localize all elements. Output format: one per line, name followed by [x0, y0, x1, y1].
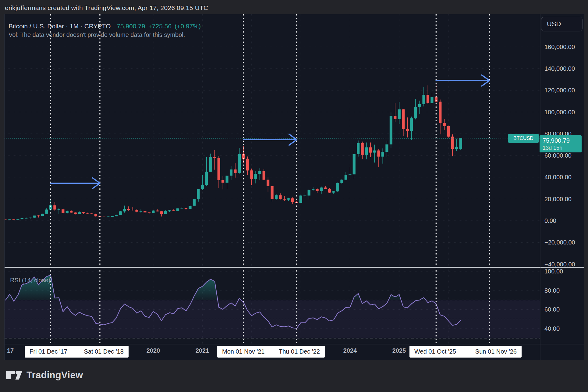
chart-legend: Bitcoin / U.S. Dollar · 1M · CRYPTO 75,9… — [9, 21, 204, 31]
vline-date-tooltip: Fri 01 Dec '17Sat 01 Dec '18 — [25, 346, 129, 358]
chart-widget: Bitcoin / U.S. Dollar · 1M · CRYPTO 75,9… — [4, 14, 584, 360]
price-tick: 140,000.00 — [544, 65, 583, 72]
vline-date-tooltip: Mon 01 Nov '21Thu 01 Dec '22 — [217, 346, 325, 358]
price-tick: 100,000.00 — [544, 109, 583, 116]
volume-note: Vol: The data vendor doesn't provide vol… — [9, 31, 185, 38]
tradingview-snapshot-page: erikjuffermans created with TradingView.… — [0, 0, 588, 392]
attribution-text: erikjuffermans created with TradingView.… — [5, 4, 208, 12]
price-line-symbol-tag: BTCUSD — [508, 134, 539, 143]
rsi-tick: 80.00 — [544, 287, 583, 294]
year-tick: 17 — [7, 347, 14, 354]
price-tick: −40,000.00 — [544, 261, 583, 268]
legend-values: 75,900.79+725.56(+0.97%) — [117, 23, 204, 30]
price-tick: 160,000.00 — [544, 43, 583, 50]
legend-separator2: · — [80, 23, 84, 30]
symbol-title[interactable]: Bitcoin / U.S. Dollar — [9, 23, 64, 30]
rsi-tick: 100.00 — [544, 268, 583, 275]
last-price: 75,900.79 — [117, 23, 145, 30]
tradingview-wordmark: TradingView — [27, 370, 83, 381]
interval-label: 1M — [70, 23, 79, 30]
year-tick: 2021 — [196, 347, 209, 354]
price-tick: 20,000.00 — [544, 195, 583, 202]
rsi-tick: 40.00 — [544, 325, 583, 332]
price-tick: 60,000.00 — [544, 152, 583, 159]
pane-separator — [5, 267, 584, 268]
price-tick: 0.00 — [544, 217, 583, 224]
vline-date-tooltip: Wed 01 Oct '25Sun 01 Nov '26 — [409, 346, 522, 358]
chart-canvas[interactable] — [5, 14, 584, 360]
year-tick: 2024 — [343, 347, 357, 354]
price-change: +725.56 — [148, 23, 172, 30]
price-tick: −20,000.00 — [544, 239, 583, 246]
rsi-tick: 60.00 — [544, 306, 583, 313]
legend-separator: · — [66, 23, 70, 30]
price-tick: 120,000.00 — [544, 87, 583, 94]
currency-usd-button[interactable]: USD — [541, 17, 583, 31]
tradingview-logo-icon — [6, 370, 23, 380]
year-tick: 2020 — [147, 347, 160, 354]
year-tick: 2025 — [392, 347, 406, 354]
tradingview-logo[interactable]: TradingView — [6, 370, 83, 381]
price-change-pct: (+0.97%) — [175, 23, 201, 30]
price-tick: 40,000.00 — [544, 174, 583, 181]
last-price-flag: 75,900.79 13d 15h — [540, 135, 582, 152]
flag-price: 75,900.79 — [543, 137, 582, 144]
rsi-indicator-title[interactable]: RSI (14, close) — [10, 277, 50, 284]
exchange-label: CRYPTO — [84, 23, 111, 30]
flag-countdown: 13d 15h — [543, 144, 582, 151]
